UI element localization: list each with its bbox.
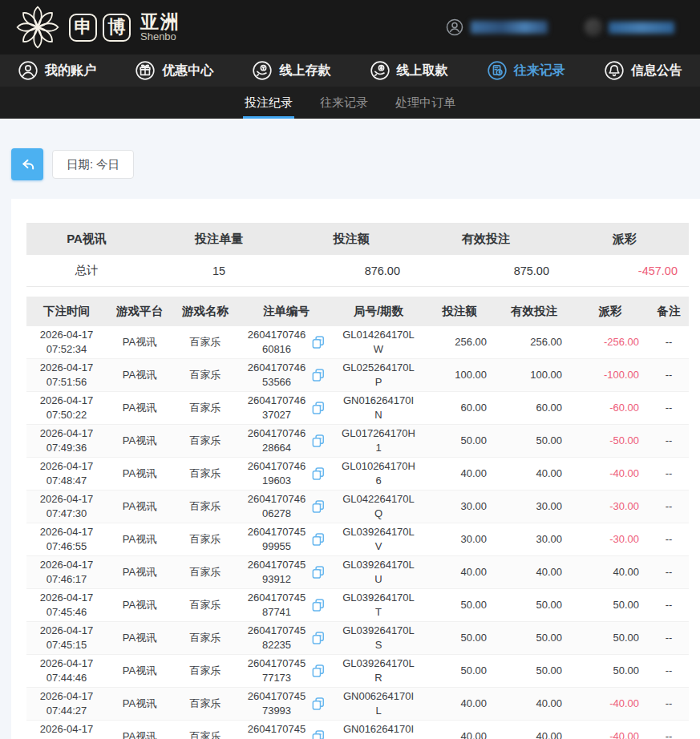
- order-number-cell: 260417074564594: [238, 722, 334, 739]
- bet-amount: 60.00: [423, 401, 496, 415]
- copy-icon[interactable]: [310, 696, 326, 712]
- bet-amount: 30.00: [423, 499, 496, 514]
- records-icon: [487, 60, 508, 81]
- game-platform: PA视讯: [107, 401, 172, 415]
- summary-header-valid: 有效投注: [411, 232, 560, 247]
- bet-time: 2026-04-17 07:48:47: [26, 459, 107, 487]
- table-row: 2026-04-17 07:45:15 PA视讯 百家乐 26041707458…: [26, 622, 689, 655]
- tab-3[interactable]: 处理中订单: [394, 87, 457, 119]
- round-number: GN016264170IC: [334, 722, 423, 739]
- summary-bet-count: 15: [147, 265, 291, 277]
- remark: --: [649, 729, 689, 739]
- balance-group[interactable]: [585, 18, 674, 36]
- copy-icon[interactable]: [310, 531, 326, 547]
- copy-icon[interactable]: [310, 597, 326, 613]
- table-row: 2026-04-17 07:52:34 PA视讯 百家乐 26041707466…: [26, 326, 689, 359]
- order-number-cell: 260417074587741: [238, 591, 334, 619]
- nav-item-bell[interactable]: 信息公告: [594, 55, 692, 87]
- valid-bet: 40.00: [496, 697, 572, 711]
- order-number-cell: 260417074593912: [238, 558, 334, 586]
- record-tabs: 投注纪录 往来记录 处理中订单: [0, 87, 700, 119]
- remark: --: [649, 499, 689, 514]
- round-number: GL039264170LT: [334, 591, 423, 619]
- copy-icon[interactable]: [310, 663, 326, 679]
- balance-icon-redacted: [585, 18, 602, 36]
- game-platform: PA视讯: [107, 499, 172, 514]
- round-number: GL039264170LU: [334, 558, 423, 586]
- header-bet-time: 下注时间: [26, 304, 107, 319]
- nav-item-records[interactable]: 往来记录: [477, 55, 575, 87]
- header-valid-bet: 有效投注: [496, 304, 572, 319]
- payout: 50.00: [572, 598, 649, 612]
- brand-region: 亚洲: [140, 12, 180, 31]
- order-number: 260417074660816: [246, 328, 307, 356]
- copy-icon[interactable]: [310, 499, 326, 515]
- header-game-name: 游戏名称: [172, 304, 238, 319]
- game-platform: PA视讯: [107, 631, 172, 645]
- bet-amount: 256.00: [423, 335, 496, 349]
- table-row: 2026-04-17 07:44:46 PA视讯 百家乐 26041707457…: [26, 655, 689, 688]
- copy-icon[interactable]: [310, 400, 326, 416]
- tab-2[interactable]: 往来记录: [318, 87, 370, 119]
- game-platform: PA视讯: [107, 565, 172, 579]
- game-name: 百家乐: [172, 532, 238, 547]
- order-number-cell: 260417074637027: [238, 394, 334, 422]
- bet-time: 2026-04-17 07:50:22: [26, 394, 107, 422]
- valid-bet: 60.00: [496, 401, 572, 415]
- remark: --: [649, 565, 689, 579]
- order-number: 260417074587741: [246, 591, 307, 619]
- gift-icon: [135, 60, 156, 81]
- copy-icon[interactable]: [310, 630, 326, 646]
- brand-logo[interactable]: 申 博 亚洲 Shenbo: [14, 4, 180, 50]
- payout: 50.00: [572, 631, 649, 645]
- order-number: 260417074653566: [246, 361, 307, 389]
- top-bar: 申 博 亚洲 Shenbo: [0, 0, 700, 55]
- bell-icon: [604, 60, 625, 81]
- copy-icon[interactable]: [310, 729, 326, 739]
- nav-item-user[interactable]: 我的账户: [8, 55, 106, 87]
- tab-1[interactable]: 投注纪录: [243, 87, 294, 119]
- table-row: 2026-04-17 07:43:34 PA视讯 百家乐 26041707456…: [26, 721, 689, 739]
- date-filter-button[interactable]: 日期: 今日: [52, 150, 134, 179]
- round-number: GL017264170H1: [334, 426, 423, 454]
- order-number-cell: 260417074653566: [238, 361, 334, 389]
- bet-time: 2026-04-17 07:43:34: [26, 722, 107, 739]
- payout: -30.00: [572, 499, 649, 514]
- bet-time: 2026-04-17 07:47:30: [26, 492, 107, 520]
- remark: --: [649, 401, 689, 415]
- summary-bet-amount: 876.00: [291, 265, 411, 277]
- summary-valid-bet: 875.00: [411, 265, 560, 277]
- table-row: 2026-04-17 07:46:17 PA视讯 百家乐 26041707459…: [26, 556, 689, 589]
- copy-icon[interactable]: [310, 433, 326, 449]
- game-platform: PA视讯: [107, 598, 172, 612]
- valid-bet: 30.00: [496, 532, 572, 547]
- bet-amount: 50.00: [423, 434, 496, 448]
- round-number: GL025264170LP: [334, 361, 423, 389]
- payout: -256.00: [572, 335, 649, 349]
- copy-icon[interactable]: [310, 564, 326, 580]
- copy-icon[interactable]: [310, 466, 326, 482]
- bet-time: 2026-04-17 07:45:15: [26, 624, 107, 652]
- nav-item-gift[interactable]: 优惠中心: [125, 55, 223, 87]
- bet-time: 2026-04-17 07:45:46: [26, 591, 107, 619]
- table-row: 2026-04-17 07:51:56 PA视讯 百家乐 26041707465…: [26, 359, 689, 392]
- table-row: 2026-04-17 07:44:27 PA视讯 百家乐 26041707457…: [26, 688, 689, 721]
- copy-icon[interactable]: [310, 334, 326, 350]
- bet-amount: 50.00: [423, 631, 496, 645]
- game-name: 百家乐: [172, 565, 238, 579]
- game-name: 百家乐: [172, 598, 238, 612]
- round-number: GL039264170LS: [334, 624, 423, 652]
- summary-header-count: 投注单量: [147, 232, 291, 247]
- copy-icon[interactable]: [310, 367, 326, 383]
- nav-item-withdraw[interactable]: 线上取款: [360, 55, 458, 87]
- nav-item-deposit[interactable]: 线上存款: [242, 55, 340, 87]
- remark: --: [649, 434, 689, 448]
- valid-bet: 40.00: [496, 466, 572, 481]
- game-platform: PA视讯: [107, 466, 172, 481]
- valid-bet: 256.00: [496, 335, 572, 349]
- summary-table: PA视讯 投注单量 投注额 有效投注 派彩 总计 15 876.00 875.0…: [26, 223, 689, 287]
- page: 申 博 亚洲 Shenbo: [0, 0, 700, 739]
- back-button[interactable]: [11, 148, 43, 180]
- payout: -60.00: [572, 401, 649, 415]
- user-account[interactable]: [445, 18, 548, 37]
